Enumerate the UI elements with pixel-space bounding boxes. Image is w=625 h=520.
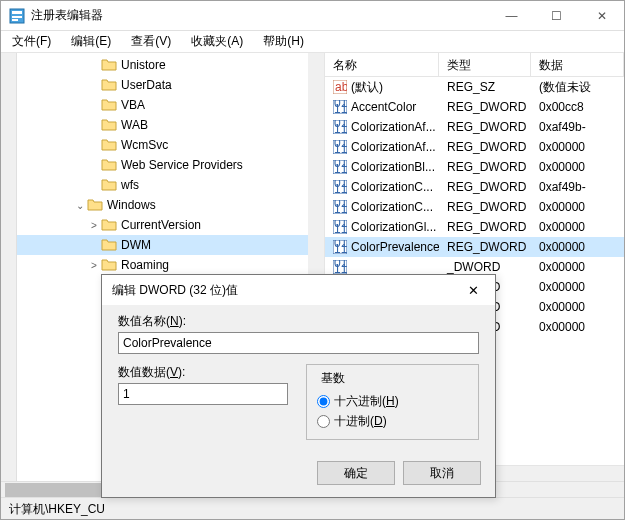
value-data-cell: (数值未设 — [531, 79, 624, 96]
col-header-type[interactable]: 类型 — [439, 53, 531, 76]
cancel-button[interactable]: 取消 — [403, 461, 481, 485]
value-data-cell: 0x00000 — [531, 280, 624, 294]
window-title: 注册表编辑器 — [31, 7, 489, 24]
tree-toggle-icon[interactable]: > — [87, 260, 101, 271]
tree-node[interactable]: ⌄Windows — [17, 195, 324, 215]
value-name-cell: AccentColor — [351, 100, 416, 114]
folder-icon — [101, 157, 117, 173]
tree-node-label: wfs — [121, 178, 139, 192]
menu-view[interactable]: 查看(V) — [125, 31, 177, 52]
tree-node[interactable]: UserData — [17, 75, 324, 95]
window-controls: — ☐ ✕ — [489, 1, 624, 30]
value-data-cell: 0x00000 — [531, 220, 624, 234]
tree-toggle-icon[interactable]: ⌄ — [73, 200, 87, 211]
tree-node[interactable]: Web Service Providers — [17, 155, 324, 175]
tree-node-label: VBA — [121, 98, 145, 112]
svg-text:ab: ab — [335, 80, 347, 94]
folder-icon — [101, 97, 117, 113]
value-name-label: 数值名称(N): — [118, 313, 479, 330]
binary-value-icon: 011110 — [333, 140, 347, 154]
svg-text:110: 110 — [334, 202, 347, 214]
dialog-close-button[interactable]: ✕ — [461, 283, 485, 298]
list-row[interactable]: 011110ColorPrevalenceREG_DWORD0x00000 — [325, 237, 624, 257]
value-name-input[interactable] — [118, 332, 479, 354]
list-row[interactable]: ab(默认)REG_SZ(数值未设 — [325, 77, 624, 97]
value-name-cell: ColorizationC... — [351, 200, 433, 214]
dialog-body: 数值名称(N): 数值数据(V): 基数 十六进制(H) 十进制(D) — [102, 305, 495, 461]
list-row[interactable]: 011110ColorizationC...REG_DWORD0x00000 — [325, 197, 624, 217]
list-row[interactable]: 011110ColorizationAf...REG_DWORD0xaf49b- — [325, 117, 624, 137]
app-icon — [9, 8, 25, 24]
tree-node[interactable]: >Roaming — [17, 255, 324, 275]
menu-bar: 文件(F) 编辑(E) 查看(V) 收藏夹(A) 帮助(H) — [1, 31, 624, 53]
value-type-cell: REG_SZ — [439, 80, 531, 94]
menu-help[interactable]: 帮助(H) — [257, 31, 310, 52]
value-name-cell: ColorPrevalence — [351, 240, 439, 254]
list-row[interactable]: 011110ColorizationBl...REG_DWORD0x00000 — [325, 157, 624, 177]
close-button[interactable]: ✕ — [579, 1, 624, 30]
menu-favorites[interactable]: 收藏夹(A) — [185, 31, 249, 52]
tree-node-label: CurrentVersion — [121, 218, 201, 232]
edit-dword-dialog: 编辑 DWORD (32 位)值 ✕ 数值名称(N): 数值数据(V): 基数 … — [101, 274, 496, 498]
base-legend: 基数 — [317, 370, 349, 387]
binary-value-icon: 011110 — [333, 100, 347, 114]
folder-icon — [101, 117, 117, 133]
tree-node[interactable]: WcmSvc — [17, 135, 324, 155]
value-data-label: 数值数据(V): — [118, 364, 288, 381]
status-bar: 计算机\HKEY_CU — [1, 497, 624, 519]
radix-hex-radio[interactable] — [317, 395, 330, 408]
base-fieldset: 基数 十六进制(H) 十进制(D) — [306, 364, 479, 440]
value-type-cell: REG_DWORD — [439, 240, 531, 254]
list-row[interactable]: 011110ColorizationGl...REG_DWORD0x00000 — [325, 217, 624, 237]
tree-node-label: WAB — [121, 118, 148, 132]
value-type-cell: REG_DWORD — [439, 220, 531, 234]
binary-value-icon: 011110 — [333, 260, 347, 274]
dialog-titlebar[interactable]: 编辑 DWORD (32 位)值 ✕ — [102, 275, 495, 305]
svg-rect-3 — [12, 19, 18, 21]
value-type-cell: REG_DWORD — [439, 140, 531, 154]
svg-text:110: 110 — [334, 182, 347, 194]
tree-node[interactable]: Unistore — [17, 55, 324, 75]
tree-node[interactable]: DWM — [17, 235, 324, 255]
radix-dec-row[interactable]: 十进制(D) — [317, 411, 468, 431]
tree-toggle-icon[interactable]: > — [87, 220, 101, 231]
titlebar[interactable]: 注册表编辑器 — ☐ ✕ — [1, 1, 624, 31]
value-type-cell: REG_DWORD — [439, 100, 531, 114]
svg-rect-1 — [12, 11, 22, 14]
value-type-cell: _DWORD — [439, 260, 531, 274]
svg-text:110: 110 — [334, 222, 347, 234]
value-data-cell: 0x00000 — [531, 240, 624, 254]
maximize-button[interactable]: ☐ — [534, 1, 579, 30]
binary-value-icon: 011110 — [333, 120, 347, 134]
value-data-cell: 0xaf49b- — [531, 180, 624, 194]
radix-dec-radio[interactable] — [317, 415, 330, 428]
value-name-cell: ColorizationGl... — [351, 220, 436, 234]
radix-dec-label: 十进制(D) — [334, 413, 387, 430]
list-row[interactable]: 011110ColorizationC...REG_DWORD0xaf49b- — [325, 177, 624, 197]
minimize-button[interactable]: — — [489, 1, 534, 30]
tree-node[interactable]: WAB — [17, 115, 324, 135]
menu-file[interactable]: 文件(F) — [6, 31, 57, 52]
value-name-cell: (默认) — [351, 79, 383, 96]
menu-edit[interactable]: 编辑(E) — [65, 31, 117, 52]
tree-node[interactable]: VBA — [17, 95, 324, 115]
svg-text:110: 110 — [334, 142, 347, 154]
svg-text:110: 110 — [334, 242, 347, 254]
tree-node-label: WcmSvc — [121, 138, 168, 152]
tree-node-label: Windows — [107, 198, 156, 212]
tree-node[interactable]: >CurrentVersion — [17, 215, 324, 235]
binary-value-icon: 011110 — [333, 200, 347, 214]
list-row[interactable]: 011110AccentColorREG_DWORD0x00cc8 — [325, 97, 624, 117]
col-header-name[interactable]: 名称 — [325, 53, 439, 76]
folder-icon — [101, 217, 117, 233]
radix-hex-label: 十六进制(H) — [334, 393, 399, 410]
value-data-input[interactable] — [118, 383, 288, 405]
col-header-data[interactable]: 数据 — [531, 53, 624, 76]
radix-hex-row[interactable]: 十六进制(H) — [317, 391, 468, 411]
tree-node[interactable]: wfs — [17, 175, 324, 195]
left-scrollbar[interactable] — [1, 53, 17, 481]
binary-value-icon: 011110 — [333, 180, 347, 194]
ok-button[interactable]: 确定 — [317, 461, 395, 485]
list-row[interactable]: 011110ColorizationAf...REG_DWORD0x00000 — [325, 137, 624, 157]
string-value-icon: ab — [333, 80, 347, 94]
